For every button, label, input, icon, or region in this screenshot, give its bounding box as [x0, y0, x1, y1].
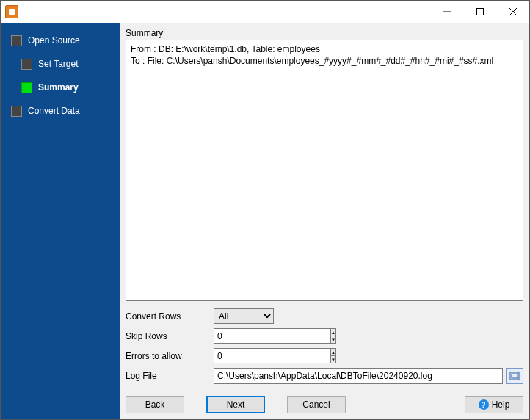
- sidebar-item-label: Open Source: [28, 35, 80, 46]
- step-box-icon: [11, 106, 22, 117]
- content-area: Open Source Set Target Summary Convert D…: [1, 23, 529, 419]
- svg-rect-0: [9, 9, 15, 15]
- button-label: Help: [492, 399, 510, 410]
- button-label: Back: [145, 399, 165, 410]
- sidebar-item-label: Set Target: [38, 59, 78, 69]
- skip-rows-input[interactable]: [214, 328, 330, 344]
- window-controls: [430, 1, 529, 23]
- help-button[interactable]: ? Help: [465, 396, 523, 413]
- button-label: Next: [227, 399, 245, 410]
- sidebar-item-summary[interactable]: Summary: [21, 78, 120, 97]
- sidebar-item-set-target[interactable]: Set Target: [21, 54, 120, 73]
- maximize-button[interactable]: [463, 1, 496, 23]
- titlebar: [1, 1, 529, 23]
- spinner-down-button[interactable]: ▼: [330, 355, 336, 363]
- spinner-up-button[interactable]: ▲: [330, 348, 336, 355]
- skip-rows-label: Skip Rows: [126, 331, 214, 341]
- step-box-icon: [11, 35, 22, 46]
- step-box-icon: [21, 82, 32, 93]
- svg-rect-6: [512, 374, 518, 378]
- main-panel: Summary From : DB: E:\work\temp\1.db, Ta…: [120, 23, 529, 419]
- errors-label: Errors to allow: [126, 351, 214, 361]
- errors-input[interactable]: [214, 348, 330, 363]
- log-file-input[interactable]: [214, 368, 503, 384]
- app-window: Open Source Set Target Summary Convert D…: [0, 0, 530, 420]
- minimize-button[interactable]: [430, 1, 463, 23]
- convert-rows-select[interactable]: All: [214, 308, 274, 324]
- button-label: Cancel: [302, 399, 330, 410]
- sidebar-item-open-source[interactable]: Open Source: [11, 31, 120, 50]
- svg-rect-2: [476, 9, 483, 15]
- wizard-sidebar: Open Source Set Target Summary Convert D…: [1, 23, 120, 419]
- spinner-up-button[interactable]: ▲: [330, 328, 336, 336]
- back-button[interactable]: Back: [126, 396, 184, 413]
- summary-textarea[interactable]: From : DB: E:\work\temp\1.db, Table: emp…: [126, 40, 523, 301]
- summary-heading: Summary: [126, 28, 523, 38]
- step-box-icon: [21, 59, 32, 70]
- convert-rows-label: Convert Rows: [126, 311, 214, 322]
- app-icon: [5, 5, 18, 18]
- sidebar-item-label: Convert Data: [28, 106, 80, 116]
- help-icon: ?: [479, 399, 489, 410]
- cancel-button[interactable]: Cancel: [287, 396, 346, 413]
- close-button[interactable]: [496, 1, 529, 23]
- sidebar-item-convert-data[interactable]: Convert Data: [11, 101, 120, 120]
- spinner-down-button[interactable]: ▼: [330, 336, 336, 344]
- sidebar-item-label: Summary: [38, 82, 79, 93]
- browse-log-button[interactable]: [506, 368, 523, 384]
- log-file-label: Log File: [126, 371, 214, 381]
- next-button[interactable]: Next: [206, 396, 265, 413]
- options-form: Convert Rows All Skip Rows ▲ ▼: [126, 308, 523, 384]
- errors-spinner: ▲ ▼: [214, 348, 274, 363]
- folder-icon: [509, 371, 520, 381]
- skip-rows-spinner: ▲ ▼: [214, 328, 274, 344]
- wizard-buttons: Back Next Cancel ? Help: [126, 396, 523, 413]
